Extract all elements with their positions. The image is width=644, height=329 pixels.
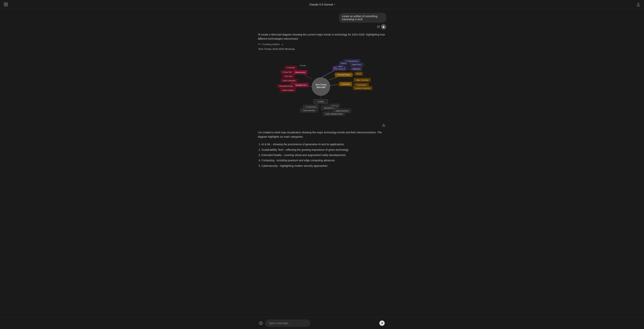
category-list-item-4: 4. Computing - including quantum and edg… bbox=[258, 158, 386, 162]
category-list-item-text: Extended Reality - covering virtual and … bbox=[262, 154, 346, 157]
svg-text:Image Generation: Image Generation bbox=[336, 110, 348, 112]
assistant-intro-text: I'll create a Mermaid diagram showing th… bbox=[258, 33, 386, 41]
model-selector-chevron[interactable]: ▾ bbox=[334, 4, 335, 6]
user-message-actions bbox=[377, 24, 386, 30]
svg-text:2024-2025: 2024-2025 bbox=[316, 86, 326, 88]
svg-text:AI Security: AI Security bbox=[287, 67, 295, 69]
assistant-followup-text: I've created a mind map visualization sh… bbox=[258, 130, 386, 139]
svg-text:Web3: Web3 bbox=[338, 66, 342, 68]
category-list-item-5: 5. Cybersecurity - highlighting modern s… bbox=[258, 164, 386, 168]
svg-text:AI Governance: AI Governance bbox=[306, 106, 316, 108]
category-list-item-number: 5. bbox=[258, 164, 262, 167]
artifact-collapse-chevron[interactable]: ▲ bbox=[282, 43, 283, 45]
share-button[interactable] bbox=[636, 3, 640, 7]
category-list-item-text: AI & ML - showing the prominence of gene… bbox=[262, 143, 344, 146]
svg-text:Large Language Models: Large Language Models bbox=[326, 113, 343, 115]
svg-text:Cloud Native: Cloud Native bbox=[357, 84, 366, 86]
svg-text:Quantum Computing: Quantum Computing bbox=[355, 87, 370, 89]
header-center: Claude-3.5-Sonnet ▾ bbox=[309, 3, 335, 6]
creating-artifact-label: Creating artifact bbox=[262, 43, 280, 46]
svg-text:Cybersecurity: Cybersecurity bbox=[295, 71, 306, 73]
svg-text:VR/AR: VR/AR bbox=[356, 73, 361, 75]
svg-text:Extended Reality: Extended Reality bbox=[337, 74, 350, 76]
input-area bbox=[0, 317, 644, 329]
svg-text:Computing: Computing bbox=[342, 83, 350, 85]
category-list-item-text: Cybersecurity - highlighting modern secu… bbox=[262, 164, 328, 167]
svg-text:Renewable Energy: Renewable Energy bbox=[279, 85, 293, 87]
svg-point-1 bbox=[383, 26, 384, 27]
add-attachment-button[interactable] bbox=[258, 320, 264, 326]
message-input[interactable] bbox=[266, 319, 310, 327]
svg-text:Metaverse: Metaverse bbox=[353, 68, 360, 70]
user-message-text: create an artifact of something interest… bbox=[342, 15, 378, 21]
edit-message-button[interactable] bbox=[377, 25, 380, 29]
user-message-bubble: create an artifact of something interest… bbox=[339, 13, 386, 23]
artifact-header[interactable]: </> Creating artifact ▲ bbox=[258, 43, 386, 46]
mindmap-container: Tech Trends 2024-2025 Emerging 6G Develo… bbox=[258, 52, 386, 121]
svg-text:Biotech: Biotech bbox=[341, 62, 346, 64]
code-icon: </> bbox=[258, 43, 261, 46]
category-list-item-number: 2. bbox=[258, 148, 262, 151]
download-button[interactable] bbox=[381, 123, 386, 128]
svg-text:Zero Trust: Zero Trust bbox=[285, 75, 292, 77]
category-list-item-2: 2. Sustainability Tech - reflecting the … bbox=[258, 148, 386, 152]
svg-text:Security: Security bbox=[300, 64, 306, 66]
send-button[interactable] bbox=[380, 320, 385, 326]
hamburger-menu-button[interactable] bbox=[4, 3, 8, 7]
chat-area: create an artifact of something interest… bbox=[0, 9, 644, 317]
header-left bbox=[4, 3, 8, 7]
category-list: 1. AI & ML - showing the prominence of g… bbox=[258, 142, 386, 168]
svg-text:Tech Trends: Tech Trends bbox=[316, 84, 327, 86]
category-list-item-number: 4. bbox=[258, 159, 262, 162]
svg-text:Digital Twins: Digital Twins bbox=[352, 64, 361, 66]
svg-text:AI & ML: AI & ML bbox=[318, 101, 324, 103]
category-list-item-1: 1. AI & ML - showing the prominence of g… bbox=[258, 142, 386, 146]
svg-text:Privacy Tech: Privacy Tech bbox=[283, 71, 292, 73]
svg-text:Code Generation: Code Generation bbox=[303, 109, 315, 111]
input-row bbox=[258, 319, 386, 327]
mindmap-svg: Tech Trends 2024-2025 Emerging 6G Develo… bbox=[258, 52, 386, 121]
artifact-title: Tech Trends 2024-2025 Mindmap bbox=[258, 48, 386, 51]
category-list-item-text: Sustainability Tech - reflecting the gro… bbox=[262, 148, 348, 151]
download-row bbox=[258, 123, 386, 128]
header-right bbox=[636, 3, 640, 7]
input-wrapper bbox=[266, 319, 386, 327]
category-list-item-text: Computing - including quantum and edge c… bbox=[262, 159, 335, 162]
svg-text:Green Computing: Green Computing bbox=[283, 80, 296, 82]
category-list-item-number: 3. bbox=[258, 154, 262, 157]
app-header: Claude-3.5-Sonnet ▾ bbox=[0, 0, 644, 9]
user-avatar bbox=[381, 24, 386, 30]
user-message-row: create an artifact of something interest… bbox=[258, 13, 386, 30]
category-list-item-number: 1. bbox=[258, 143, 262, 146]
category-list-item-3: 3. Extended Reality - covering virtual a… bbox=[258, 153, 386, 157]
svg-text:Edge Computing: Edge Computing bbox=[356, 79, 368, 81]
assistant-message: I'll create a Mermaid diagram showing th… bbox=[258, 33, 386, 168]
chat-content: create an artifact of something interest… bbox=[258, 13, 386, 168]
model-name-label: Claude-3.5-Sonnet bbox=[309, 3, 333, 6]
svg-text:Carbon Capture: Carbon Capture bbox=[282, 89, 294, 91]
